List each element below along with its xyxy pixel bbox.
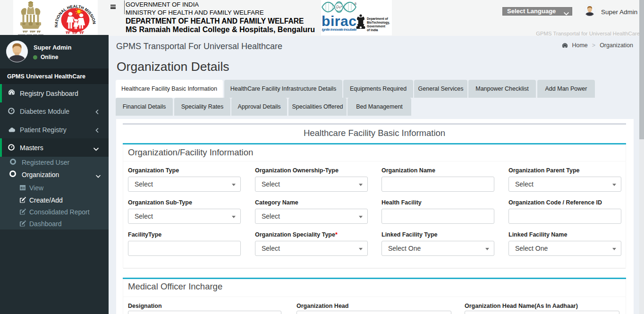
- svg-text:ignite innovate incubate: ignite innovate incubate: [322, 27, 357, 32]
- svg-text:BioTechnology,: BioTechnology,: [367, 21, 390, 25]
- svg-text:Government: Government: [367, 25, 386, 28]
- svg-text:of India: of India: [367, 28, 378, 32]
- svg-text:Department of: Department of: [367, 17, 388, 21]
- svg-text:®: ®: [355, 2, 357, 6]
- svg-text:birac: birac: [322, 13, 356, 29]
